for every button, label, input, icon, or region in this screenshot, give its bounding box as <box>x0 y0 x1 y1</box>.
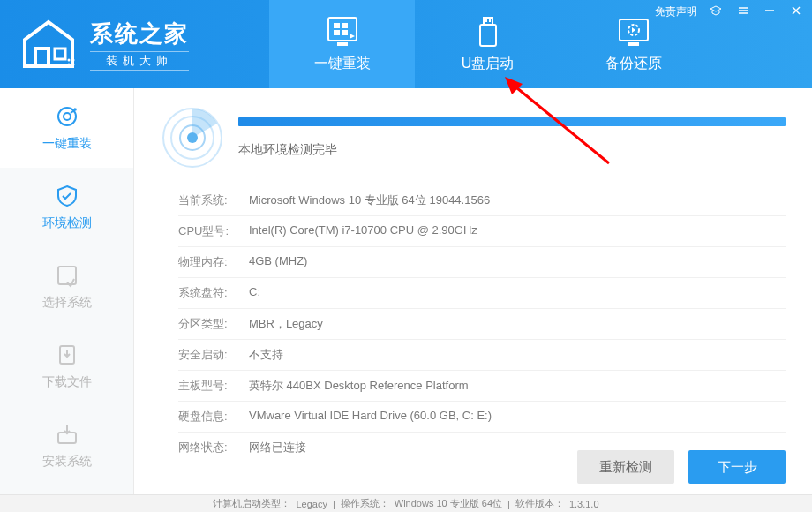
info-row: CPU型号:Intel(R) Core(TM) i7-10700 CPU @ 2… <box>178 216 786 247</box>
tab-reinstall[interactable]: 一键重装 <box>269 0 415 88</box>
svg-point-25 <box>64 113 71 120</box>
sidebar-label: 环境检测 <box>42 215 92 231</box>
body: 一键重装 环境检测 选择系统 下载文件 安装系统 <box>0 88 812 494</box>
usb-icon <box>470 16 506 48</box>
svg-rect-11 <box>484 18 492 25</box>
tab-label: U盘启动 <box>462 55 515 73</box>
svg-rect-13 <box>485 19 487 22</box>
svg-rect-10 <box>337 42 348 46</box>
sidebar-item-install[interactable]: 安装系统 <box>0 406 133 486</box>
next-button[interactable]: 下一步 <box>688 450 786 484</box>
menu-icon[interactable] <box>734 4 752 20</box>
backup-icon <box>616 16 651 48</box>
house-logo-icon <box>18 18 79 71</box>
svg-rect-9 <box>342 30 348 35</box>
svg-rect-12 <box>480 25 496 46</box>
download-icon <box>55 343 79 367</box>
sidebar-item-reinstall[interactable]: 一键重装 <box>0 88 133 168</box>
svg-rect-14 <box>489 19 491 22</box>
svg-point-3 <box>68 64 71 66</box>
sidebar-label: 下载文件 <box>42 374 92 390</box>
sidebar: 一键重装 环境检测 选择系统 下载文件 安装系统 <box>0 88 134 494</box>
graduation-icon[interactable] <box>706 4 726 20</box>
footer-boot-value: Legacy <box>296 499 327 509</box>
sidebar-label: 一键重装 <box>42 136 92 152</box>
svg-point-2 <box>72 59 75 62</box>
header: 系统之家 装机大师 一键重装 U盘启动 备份还原 免责声明 <box>0 0 812 88</box>
tab-label: 一键重装 <box>314 55 371 73</box>
svg-rect-0 <box>55 49 65 59</box>
sidebar-item-env-check[interactable]: 环境检测 <box>0 168 133 247</box>
button-row: 重新检测 下一步 <box>577 450 786 484</box>
svg-point-1 <box>68 59 71 62</box>
info-row: 主板型号:英特尔 440BX Desktop Reference Platfor… <box>178 371 786 402</box>
svg-rect-7 <box>342 23 348 28</box>
tab-label: 备份还原 <box>605 55 662 73</box>
logo: 系统之家 装机大师 <box>18 18 189 71</box>
footer-os-label: 操作系统： <box>341 497 389 510</box>
disclaimer-link[interactable]: 免责声明 <box>655 4 697 19</box>
recheck-button[interactable]: 重新检测 <box>577 450 674 484</box>
progress-bar <box>238 117 786 126</box>
info-table: 当前系统:Microsoft Windows 10 专业版 64位 19044.… <box>178 185 786 463</box>
svg-rect-8 <box>334 30 340 35</box>
info-row: 当前系统:Microsoft Windows 10 专业版 64位 19044.… <box>178 185 786 216</box>
radar-icon <box>161 106 224 169</box>
info-row: 分区类型:MBR，Legacy <box>178 309 786 340</box>
target-icon <box>55 104 79 129</box>
logo-subtitle: 装机大师 <box>90 51 189 71</box>
sidebar-item-select-system[interactable]: 选择系统 <box>0 247 133 327</box>
sidebar-item-download[interactable]: 下载文件 <box>0 327 133 406</box>
footer: 计算机启动类型： Legacy | 操作系统： Windows 10 专业版 6… <box>0 494 812 512</box>
svg-rect-17 <box>628 42 639 46</box>
sidebar-label: 选择系统 <box>42 295 92 311</box>
select-icon <box>55 263 79 288</box>
info-row: 物理内存:4GB (MHZ) <box>178 247 786 278</box>
footer-ver-value: 1.3.1.0 <box>569 499 599 509</box>
titlebar: 免责声明 <box>655 4 805 20</box>
info-row: 硬盘信息:VMware Virtual IDE Hard Drive (60.0… <box>178 402 786 433</box>
sidebar-label: 安装系统 <box>42 454 92 470</box>
windows-reinstall-icon <box>325 16 360 48</box>
content: 本地环境检测完毕 当前系统:Microsoft Windows 10 专业版 6… <box>134 88 812 494</box>
minimize-button[interactable] <box>761 4 778 20</box>
tab-usb-boot[interactable]: U盘启动 <box>415 0 560 88</box>
info-row: 安全启动:不支持 <box>178 340 786 371</box>
top-tabs: 一键重装 U盘启动 备份还原 <box>269 0 706 88</box>
shield-check-icon <box>55 184 79 208</box>
svg-rect-6 <box>334 23 340 28</box>
install-icon <box>55 422 79 447</box>
footer-boot-label: 计算机启动类型： <box>213 497 290 510</box>
logo-title: 系统之家 <box>90 19 189 49</box>
footer-os-value: Windows 10 专业版 64位 <box>395 497 502 510</box>
info-row: 系统盘符:C: <box>178 278 786 309</box>
scan-status: 本地环境检测完毕 <box>238 142 786 158</box>
footer-ver-label: 软件版本： <box>515 497 564 510</box>
svg-point-4 <box>72 64 75 66</box>
close-button[interactable] <box>787 4 805 20</box>
scan-row: 本地环境检测完毕 <box>161 106 786 169</box>
